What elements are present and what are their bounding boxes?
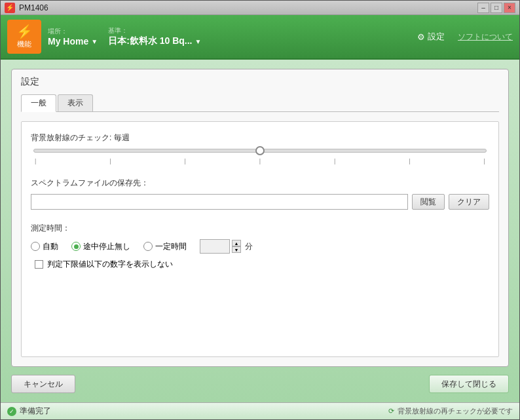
spectrum-label: スペクトラムファイルの保存先： [31, 178, 489, 189]
about-button[interactable]: ソフトについて [458, 31, 513, 43]
settings-title: 設定 [21, 76, 499, 88]
close-button[interactable]: × [504, 3, 515, 13]
window-frame: ⚡ PM1406 – □ × ⚡ 機能 場所： My Home ▼ 基準： 日本… [0, 0, 520, 420]
spectrum-input[interactable] [31, 194, 408, 210]
app-icon: ⚡ [5, 3, 15, 13]
tab-general[interactable]: 一般 [21, 94, 56, 112]
spinner-unit: 分 [245, 241, 253, 252]
measurement-setting-row: 測定時間： 自動 [31, 223, 489, 270]
settings-label: 設定 [428, 31, 445, 43]
standard-section: 基準： 日本:飲料水 10 Bq... ▼ [108, 26, 201, 47]
minimize-button[interactable]: – [477, 3, 489, 13]
location-dropdown[interactable]: My Home ▼ [48, 36, 98, 47]
standard-arrow: ▼ [195, 38, 202, 45]
radio-dot [74, 244, 79, 249]
status-right: ⟳ 背景放射線の再チェックが必要です [388, 406, 513, 416]
measurement-row: 自動 途中停止無し [31, 239, 489, 270]
slider-ticks: | | | | | | | [33, 158, 487, 164]
radio-auto-circle [31, 242, 40, 251]
toolbar: ⚡ 機能 場所： My Home ▼ 基準： 日本:飲料水 10 Bq... ▼… [1, 15, 519, 60]
standard-label: 基準： [108, 26, 201, 35]
standard-value: 日本:飲料水 10 Bq... [108, 35, 192, 47]
location-label: 場所： [48, 27, 98, 36]
checkbox-label: 判定下限値以下の数字を表示しない [47, 259, 173, 270]
radio-auto[interactable]: 自動 [31, 241, 58, 252]
standard-dropdown[interactable]: 日本:飲料水 10 Bq... ▼ [108, 35, 201, 47]
location-arrow: ▼ [91, 38, 98, 45]
checkbox-row[interactable]: 判定下限値以下の数字を表示しない [35, 259, 489, 270]
func-label: 機能 [17, 39, 31, 49]
notice-icon: ⟳ [388, 407, 394, 415]
radio-row: 自動 途中停止無し [31, 239, 489, 254]
spectrum-setting-row: スペクトラムファイルの保存先： 閲覧 クリア [31, 178, 489, 210]
measurement-label: 測定時間： [31, 223, 489, 234]
status-bar: ✓ 準備完了 ⟳ 背景放射線の再チェックが必要です [1, 402, 519, 419]
spinner-arrows: ▲ ▼ [232, 240, 241, 253]
radio-auto-label: 自動 [43, 241, 58, 252]
ready-text: 準備完了 [20, 406, 51, 417]
file-row: 閲覧 クリア [31, 194, 489, 210]
slider-container: | | | | | | | [31, 149, 489, 164]
radio-fixed[interactable]: 一定時間 [143, 241, 187, 252]
spinner-input[interactable]: 5 [200, 239, 230, 254]
notice-text: 背景放射線の再チェックが必要です [398, 406, 513, 416]
slider-thumb[interactable] [255, 146, 265, 155]
save-button[interactable]: 保存して閉じる [429, 375, 509, 393]
gear-icon: ⚙ [417, 32, 425, 42]
status-left: ✓ 準備完了 [7, 406, 51, 417]
browse-button[interactable]: 閲覧 [412, 194, 445, 210]
location-section: 場所： My Home ▼ [48, 27, 98, 47]
radio-continuous[interactable]: 途中停止無し [71, 241, 130, 252]
cancel-button[interactable]: キャンセル [11, 375, 75, 393]
window-title: PM1406 [19, 3, 48, 12]
radio-continuous-circle [71, 242, 81, 251]
tab-display[interactable]: 表示 [58, 94, 93, 111]
spinner-down[interactable]: ▼ [232, 246, 241, 253]
main-content: 設定 一般 表示 背景放射線のチェック: 毎週 [1, 60, 519, 402]
ready-icon: ✓ [7, 407, 16, 416]
settings-button[interactable]: ⚙ 設定 [417, 31, 445, 43]
maximize-button[interactable]: □ [491, 3, 502, 13]
background-setting-row: 背景放射線のチェック: 毎週 | | | | | | | [31, 132, 489, 164]
spinner-up[interactable]: ▲ [232, 240, 241, 246]
settings-panel: 設定 一般 表示 背景放射線のチェック: 毎週 [11, 69, 509, 367]
radio-continuous-label: 途中停止無し [83, 241, 130, 252]
clear-button[interactable]: クリア [449, 194, 489, 210]
checkbox-box[interactable] [35, 260, 43, 269]
func-button[interactable]: ⚡ 機能 [7, 20, 41, 54]
background-label: 背景放射線のチェック: 毎週 [31, 132, 489, 143]
location-value: My Home [48, 36, 88, 47]
slider-track[interactable] [33, 149, 487, 153]
radio-fixed-label: 一定時間 [155, 241, 187, 252]
toolbar-right: ⚙ 設定 ソフトについて [417, 31, 513, 43]
radio-fixed-circle [143, 242, 153, 251]
bottom-bar: キャンセル 保存して閉じる [11, 375, 509, 393]
lightning-icon: ⚡ [16, 25, 33, 38]
settings-content: 背景放射線のチェック: 毎週 | | | | | | | [21, 121, 499, 357]
spinner-row: 5 ▲ ▼ 分 [200, 239, 253, 254]
title-bar: ⚡ PM1406 – □ × [1, 1, 519, 15]
title-bar-controls: – □ × [477, 3, 515, 13]
tabs: 一般 表示 [21, 94, 499, 112]
title-bar-left: ⚡ PM1406 [5, 3, 48, 13]
